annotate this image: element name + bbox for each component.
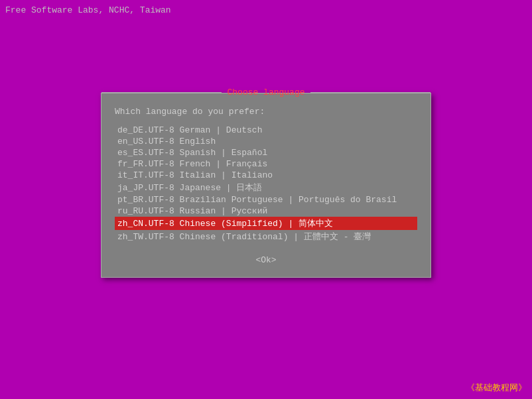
language-item-en[interactable]: en_US.UTF-8 English bbox=[115, 136, 417, 147]
language-item-ru[interactable]: ru_RU.UTF-8 Russian | Русский bbox=[115, 205, 417, 217]
language-item-it[interactable]: it_IT.UTF-8 Italian | Italiano bbox=[115, 170, 417, 181]
language-item-es[interactable]: es_ES.UTF-8 Spanish | Español bbox=[115, 147, 417, 158]
language-item-zh_cn[interactable]: zh_CN.UTF-8 Chinese (Simplified) | 简体中文 bbox=[115, 217, 417, 230]
language-item-fr[interactable]: fr_FR.UTF-8 French | Français bbox=[115, 158, 417, 170]
title-border-right bbox=[310, 92, 431, 93]
watermark-top: Free Software Labs, NCHC, Taiwan bbox=[5, 5, 171, 15]
title-border-left bbox=[101, 92, 222, 93]
language-item-ja[interactable]: ja_JP.UTF-8 Japanese | 日本語 bbox=[115, 181, 417, 194]
dialog-question: Which language do you prefer: bbox=[115, 107, 417, 117]
dialog-title-bar: Choose language bbox=[101, 87, 431, 97]
choose-language-dialog: Choose language Which language do you pr… bbox=[101, 93, 431, 278]
watermark-bottom: 《基础教程网》 bbox=[466, 382, 527, 394]
language-item-de[interactable]: de_DE.UTF-8 German | Deutsch bbox=[115, 125, 417, 136]
ok-button[interactable]: <Ok> bbox=[250, 254, 281, 266]
dialog-body: Which language do you prefer: de_DE.UTF-… bbox=[101, 104, 431, 277]
language-item-zh_tw[interactable]: zh_TW.UTF-8 Chinese (Traditional) | 正體中文… bbox=[115, 230, 417, 243]
dialog-title: Choose language bbox=[222, 87, 310, 97]
language-item-pt[interactable]: pt_BR.UTF-8 Brazilian Portuguese | Portu… bbox=[115, 194, 417, 205]
ok-button-container: <Ok> bbox=[115, 254, 417, 266]
language-list: de_DE.UTF-8 German | Deutschen_US.UTF-8 … bbox=[115, 125, 417, 243]
